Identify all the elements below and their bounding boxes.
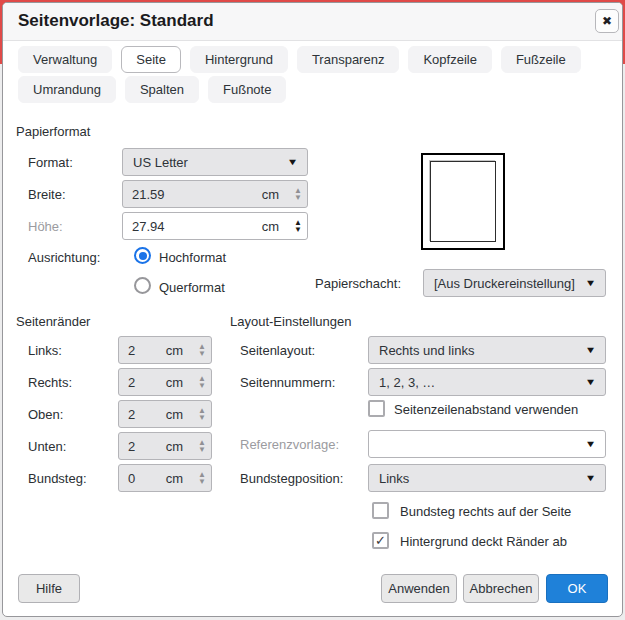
unten-unit: cm — [166, 439, 183, 454]
close-button[interactable]: ✖ — [595, 9, 619, 33]
unten-spinfield: cm ▲ ▼ — [118, 432, 212, 460]
rechts-unit: cm — [166, 375, 183, 390]
layout-header: Layout-Einstellungen — [230, 314, 351, 329]
hoehe-unit: cm — [262, 219, 279, 234]
links-label: Links: — [28, 343, 62, 358]
chevron-down-icon: ▼ — [585, 439, 597, 449]
referenzvorlage-label: Referenzvorlage: — [240, 437, 339, 452]
tab-row-2: Umrandung Spalten Fußnote — [18, 76, 286, 103]
hochformat-label[interactable]: Hochformat — [159, 250, 226, 265]
chevron-down-icon: ▼ — [585, 473, 597, 483]
rechts-input[interactable] — [119, 375, 166, 390]
papierformat-header: Papierformat — [16, 124, 90, 139]
bundstegposition-label: Bundstegposition: — [240, 471, 343, 486]
unten-label: Unten: — [28, 439, 66, 454]
papierschacht-label: Papierschacht: — [315, 276, 401, 291]
rechts-spinfield: cm ▲ ▼ — [118, 368, 212, 396]
ok-button[interactable]: OK — [546, 574, 608, 603]
links-input[interactable] — [119, 343, 166, 358]
close-icon: ✖ — [602, 14, 612, 28]
spin-down-icon[interactable]: ▼ — [198, 414, 206, 421]
page-style-dialog: Seitenvorlage: Standard ✖ Verwaltung Sei… — [2, 2, 623, 617]
breite-unit: cm — [262, 187, 279, 202]
page-background: Seitenvorlage: Standard ✖ Verwaltung Sei… — [0, 0, 625, 620]
rechts-spinner[interactable]: ▲ ▼ — [193, 369, 211, 395]
hoehe-label: Höhe: — [28, 219, 63, 234]
spin-down-icon[interactable]: ▼ — [294, 194, 302, 201]
tab-fusszeile[interactable]: Fußzeile — [501, 46, 581, 73]
oben-label: Oben: — [28, 407, 63, 422]
anwenden-button[interactable]: Anwenden — [381, 574, 457, 603]
seitenlayout-value: Rechts und links — [379, 343, 474, 358]
rechts-label: Rechts: — [28, 375, 72, 390]
spin-down-icon[interactable]: ▼ — [198, 350, 206, 357]
tab-transparenz[interactable]: Transparenz — [297, 46, 400, 73]
abbrechen-button[interactable]: Abbrechen — [463, 574, 539, 603]
hoehe-spinfield: cm ▲ ▼ — [122, 212, 308, 240]
spin-down-icon[interactable]: ▼ — [198, 382, 206, 389]
papierschacht-value: [Aus Druckereinstellung] — [434, 276, 575, 291]
bundstegposition-value: Links — [379, 471, 409, 486]
bundsteg-spinner[interactable]: ▲ ▼ — [193, 465, 211, 491]
spin-down-icon[interactable]: ▼ — [198, 446, 206, 453]
breite-label: Breite: — [28, 187, 66, 202]
hochformat-radio[interactable] — [134, 247, 151, 264]
tab-hintergrund[interactable]: Hintergrund — [190, 46, 288, 73]
breite-spinfield: cm ▲ ▼ — [122, 180, 308, 208]
tab-spalten[interactable]: Spalten — [125, 76, 199, 103]
ausrichtung-label: Ausrichtung: — [28, 250, 100, 265]
chevron-down-icon: ▼ — [585, 278, 597, 288]
dialog-title: Seitenvorlage: Standard — [18, 11, 214, 31]
unten-input[interactable] — [119, 439, 166, 454]
bundsteg-label: Bundsteg: — [28, 471, 87, 486]
referenzvorlage-dropdown[interactable]: ▼ — [368, 430, 606, 458]
oben-unit: cm — [166, 407, 183, 422]
bundsteg-unit: cm — [166, 471, 183, 486]
hilfe-button[interactable]: Hilfe — [18, 574, 80, 603]
spin-down-icon[interactable]: ▼ — [294, 226, 302, 233]
chevron-down-icon: ▼ — [585, 377, 597, 387]
seitenlayout-dropdown[interactable]: Rechts und links ▼ — [368, 336, 606, 364]
bundsteg-input[interactable] — [119, 471, 166, 486]
format-value: US Letter — [133, 155, 188, 170]
links-spinner[interactable]: ▲ ▼ — [193, 337, 211, 363]
oben-spinfield: cm ▲ ▼ — [118, 400, 212, 428]
tab-kopfzeile[interactable]: Kopfzeile — [408, 46, 491, 73]
oben-input[interactable] — [119, 407, 166, 422]
querformat-radio[interactable] — [134, 277, 151, 294]
unten-spinner[interactable]: ▲ ▼ — [193, 433, 211, 459]
seitenlayout-label: Seitenlayout: — [240, 343, 315, 358]
hintergrund-label[interactable]: Hintergrund deckt Ränder ab — [400, 534, 567, 549]
page-preview — [421, 153, 505, 250]
chevron-down-icon: ▼ — [287, 157, 299, 167]
hoehe-input[interactable] — [123, 219, 262, 234]
zeilenabstand-label[interactable]: Seitenzeilenabstand verwenden — [394, 402, 578, 417]
bundsteg-rechts-label[interactable]: Bundsteg rechts auf der Seite — [400, 504, 571, 519]
bundsteg-rechts-checkbox[interactable] — [372, 502, 389, 519]
oben-spinner[interactable]: ▲ ▼ — [193, 401, 211, 427]
breite-input[interactable] — [123, 187, 262, 202]
tab-verwaltung[interactable]: Verwaltung — [18, 46, 112, 73]
spin-down-icon[interactable]: ▼ — [198, 478, 206, 485]
check-icon: ✓ — [375, 533, 386, 548]
hoehe-spinner[interactable]: ▲ ▼ — [289, 213, 307, 239]
page-preview-margins — [430, 161, 496, 242]
tab-fussnote[interactable]: Fußnote — [208, 76, 286, 103]
tab-seite[interactable]: Seite — [121, 46, 181, 73]
links-spinfield: cm ▲ ▼ — [118, 336, 212, 364]
breite-spinner[interactable]: ▲ ▼ — [289, 181, 307, 207]
papierschacht-dropdown[interactable]: [Aus Druckereinstellung] ▼ — [423, 269, 606, 297]
seitennummern-label: Seitennummern: — [240, 375, 335, 390]
format-label: Format: — [28, 155, 73, 170]
tab-row-1: Verwaltung Seite Hintergrund Transparenz… — [18, 46, 581, 73]
hintergrund-checkbox[interactable]: ✓ — [372, 532, 389, 549]
seitennummern-dropdown[interactable]: 1, 2, 3, … ▼ — [368, 368, 606, 396]
seitennummern-value: 1, 2, 3, … — [379, 375, 435, 390]
querformat-label[interactable]: Querformat — [159, 280, 225, 295]
zeilenabstand-checkbox[interactable] — [368, 400, 385, 417]
bundsteg-spinfield: cm ▲ ▼ — [118, 464, 212, 492]
format-dropdown[interactable]: US Letter ▼ — [122, 148, 308, 176]
bundstegposition-dropdown[interactable]: Links ▼ — [368, 464, 606, 492]
seitenraender-header: Seitenränder — [16, 314, 90, 329]
tab-umrandung[interactable]: Umrandung — [18, 76, 116, 103]
